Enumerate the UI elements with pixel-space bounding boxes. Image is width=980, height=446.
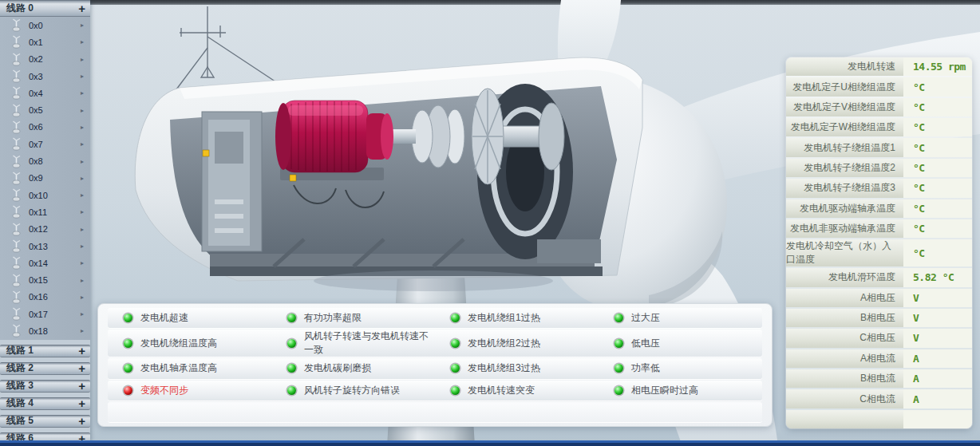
data-row-label: A相电流 xyxy=(786,349,903,368)
alarm-panel: 发电机超速有功功率超限发电机绕组1过热过大压发电机绕组温度高风机转子转速与发电机… xyxy=(97,303,773,427)
tree-item-label: 0x4 xyxy=(29,89,81,98)
status-led xyxy=(614,386,623,395)
status-led xyxy=(124,314,132,322)
data-row-label: C相电压 xyxy=(786,329,903,347)
expand-plus-icon[interactable]: + xyxy=(78,362,85,374)
data-row: 发电机定子V相绕组温度°C xyxy=(786,98,972,116)
tree-item[interactable]: 0x15▸ xyxy=(0,271,90,288)
turbine-icon xyxy=(11,307,22,321)
expand-plus-icon[interactable]: + xyxy=(78,397,85,409)
data-row-value: 5.82 °C xyxy=(903,268,972,286)
sidebar-group-header[interactable]: 线路 4+ xyxy=(0,397,90,410)
chevron-right-icon: ▸ xyxy=(81,22,84,29)
alarm-row-empty xyxy=(108,402,762,422)
sidebar-group-label: 线路 4 xyxy=(6,397,34,410)
alarm-item: 发电机超速 xyxy=(108,311,271,325)
sidebar-group-header[interactable]: 线路 1+ xyxy=(0,345,90,357)
tree-item[interactable]: 0x0▸ xyxy=(0,17,90,34)
chevron-right-icon: ▸ xyxy=(81,277,84,284)
tree-item[interactable]: 0x11▸ xyxy=(0,203,90,220)
data-row-label: 发电机定子U相绕组温度 xyxy=(786,77,903,96)
bottom-status-bar xyxy=(0,440,980,446)
chevron-right-icon: ▸ xyxy=(81,226,84,233)
tree-item[interactable]: 0x3▸ xyxy=(0,68,90,85)
tree-item-label: 0x16 xyxy=(29,292,81,302)
tree-item[interactable]: 0x10▸ xyxy=(0,187,90,203)
status-led xyxy=(287,339,296,348)
alarm-item: 过大压 xyxy=(599,311,762,325)
turbine-icon xyxy=(11,137,22,151)
chevron-right-icon: ▸ xyxy=(81,243,84,250)
alarm-item: 发电机绕组温度高 xyxy=(108,337,271,350)
status-led xyxy=(287,314,296,322)
alarm-item: 发电机绕组3过热 xyxy=(435,361,599,375)
sidebar-group-label: 线路 3 xyxy=(6,379,34,393)
sidebar-group-header[interactable]: 线路 5+ xyxy=(0,415,90,428)
data-row: C相电流A xyxy=(786,389,972,408)
alarm-label: 低电压 xyxy=(631,337,660,350)
sidebar-group-label: 线路 2 xyxy=(6,361,34,375)
tree-item-label: 0x12 xyxy=(29,224,81,234)
chevron-right-icon: ▸ xyxy=(81,89,84,97)
chevron-right-icon: ▸ xyxy=(81,310,84,318)
turbine-icon xyxy=(11,69,22,83)
tree-item[interactable]: 0x8▸ xyxy=(0,152,90,169)
data-row: A相电压V xyxy=(786,289,972,307)
data-row-value xyxy=(903,410,972,428)
tree-item[interactable]: 0x13▸ xyxy=(0,238,90,255)
expand-plus-icon[interactable]: + xyxy=(78,380,85,392)
status-led xyxy=(287,386,296,395)
turbine-icon xyxy=(11,223,22,236)
tree-item[interactable]: 0x9▸ xyxy=(0,170,90,187)
turbine-icon xyxy=(11,18,22,32)
expand-plus-icon[interactable]: + xyxy=(78,415,85,427)
data-row-value: 14.55 rpm xyxy=(903,57,972,76)
tree-item[interactable]: 0x7▸ xyxy=(0,136,90,152)
turbine-icon xyxy=(11,290,22,304)
data-row-value: A xyxy=(903,389,972,408)
status-led xyxy=(614,364,623,373)
alarm-item: 变频不同步 xyxy=(108,384,271,397)
tree-item[interactable]: 0x2▸ xyxy=(0,51,90,68)
data-row-label xyxy=(786,410,903,428)
expand-plus-icon[interactable]: + xyxy=(78,2,85,14)
data-panel: 发电机转速14.55 rpm发电机定子U相绕组温度°C发电机定子V相绕组温度°C… xyxy=(786,57,972,428)
turbine-icon xyxy=(11,274,22,287)
data-row-label: 发电机转子绕组温度3 xyxy=(786,179,903,197)
tree-item[interactable]: 0x5▸ xyxy=(0,101,90,118)
data-row-label: B相电压 xyxy=(786,309,903,327)
tree-item[interactable]: 0x16▸ xyxy=(0,289,90,306)
tree-item[interactable]: 0x14▸ xyxy=(0,255,90,271)
tree-item-label: 0x0 xyxy=(29,21,81,30)
alarm-label: 功率低 xyxy=(631,361,660,375)
data-row: 发电机转子绕组温度3°C xyxy=(786,179,972,197)
data-row-value: V xyxy=(903,309,972,327)
chevron-right-icon: ▸ xyxy=(81,208,84,215)
alarm-label: 发电机转速突变 xyxy=(468,384,535,397)
data-row-value: A xyxy=(903,369,972,388)
turbine-icon xyxy=(11,104,22,117)
alarm-label: 发电机绕组温度高 xyxy=(140,337,217,350)
tree-item-label: 0x17 xyxy=(29,310,81,319)
alarm-item: 发电机绕组2过热 xyxy=(435,337,599,350)
turbine-icon xyxy=(11,239,22,253)
tree-item-label: 0x13 xyxy=(29,242,81,251)
alarm-item: 功率低 xyxy=(599,361,762,375)
expand-plus-icon[interactable]: + xyxy=(78,345,85,357)
sidebar-group-header[interactable]: 线路 2+ xyxy=(0,362,90,375)
tree-item[interactable]: 0x17▸ xyxy=(0,306,90,322)
data-row-label: 发电机定子V相绕组温度 xyxy=(786,98,903,116)
sidebar-group-header[interactable]: 线路 3+ xyxy=(0,380,90,393)
alarm-row: 变频不同步风机转子旋转方向错误发电机转速突变相电压瞬时过高 xyxy=(108,381,762,401)
tree-item[interactable]: 0x4▸ xyxy=(0,85,90,101)
data-row: 发电机定子W相绕组温度°C xyxy=(786,118,972,136)
sidebar-group-header[interactable]: 线路 0+ xyxy=(0,0,90,17)
alarm-label: 相电压瞬时过高 xyxy=(631,384,698,397)
tree-item[interactable]: 0x1▸ xyxy=(0,34,90,50)
tree-item[interactable]: 0x6▸ xyxy=(0,119,90,136)
tree-item[interactable]: 0x12▸ xyxy=(0,221,90,238)
tree-item-label: 0x3 xyxy=(29,72,81,81)
turbine-icon xyxy=(11,35,22,49)
tree-item[interactable]: 0x18▸ xyxy=(0,322,90,339)
chevron-right-icon: ▸ xyxy=(81,158,84,165)
